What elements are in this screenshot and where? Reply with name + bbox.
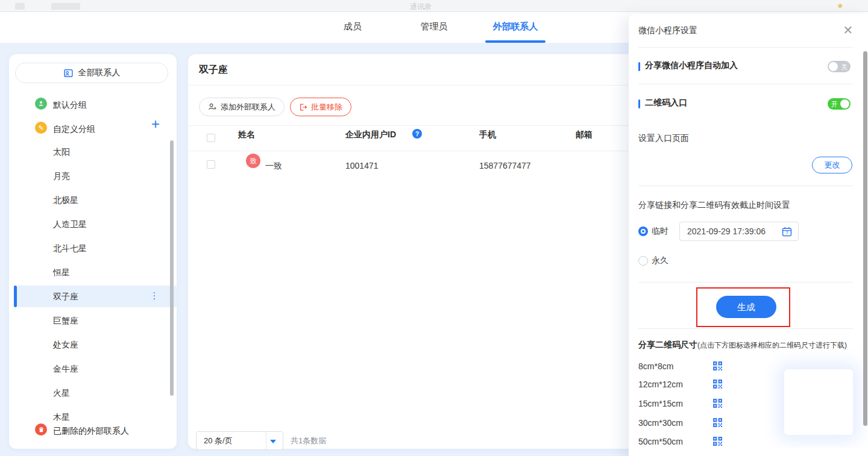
miniprogram-settings-drawer: 微信小程序设置 ✕ 分享微信小程序自动加入 关 二维码入口 开 设置入口页面 更…	[629, 14, 868, 456]
sidebar-item-deleted-contacts[interactable]: 已删除的外部联系人	[53, 425, 129, 437]
tab-admins[interactable]: 管理员	[421, 21, 448, 33]
expiry-datetime-input[interactable]: 2021-09-29 17:39:06 7	[679, 222, 799, 241]
toggle-knob	[840, 99, 849, 108]
qr-download-icon[interactable]	[713, 379, 722, 389]
sidebar-item-group[interactable]: 太阳	[53, 146, 70, 158]
cell-name: 一致	[265, 161, 282, 172]
sidebar-item-group[interactable]: 巨蟹座	[53, 314, 78, 326]
auto-join-toggle[interactable]: 关	[828, 61, 851, 72]
faint-logo	[51, 3, 80, 10]
add-external-contact-button[interactable]: 添加外部联系人	[199, 98, 285, 116]
divider	[188, 151, 639, 151]
qr-preview-placeholder	[784, 369, 853, 435]
sidebar-scrollbar[interactable]	[170, 140, 174, 396]
tab-members[interactable]: 成员	[344, 21, 362, 33]
sidebar-item-group[interactable]: 恒星	[53, 266, 70, 278]
svg-text:7: 7	[785, 231, 788, 236]
qr-entry-label: 二维码入口	[645, 98, 687, 108]
sidebar-item-group[interactable]: 处女座	[53, 339, 78, 351]
close-icon[interactable]: ✕	[841, 23, 855, 37]
row-checkbox[interactable]	[207, 160, 215, 169]
sidebar-item-group[interactable]: 北斗七星	[53, 242, 87, 254]
sidebar-item-group[interactable]: 金牛座	[53, 363, 78, 375]
qr-size-label: 50cm*50cm	[638, 436, 683, 448]
app-root: 通讯录 ★ 成员 管理员 外部联系人 全部联系人 默认分组 ✎ 自定义分组 + …	[0, 0, 868, 456]
add-external-contact-label: 添加外部联系人	[221, 102, 275, 113]
group-more-menu-icon[interactable]: ⋮	[149, 290, 159, 302]
help-icon[interactable]: ?	[412, 129, 422, 139]
qr-size-label: 12cm*12cm	[638, 378, 683, 390]
cell-userid: 1001471	[345, 161, 379, 170]
add-group-button[interactable]: +	[151, 116, 160, 133]
divider	[638, 84, 853, 84]
entry-page-label: 设置入口页面	[638, 133, 689, 144]
remove-out-icon	[299, 103, 307, 111]
qr-size-label: 30cm*30cm	[638, 417, 683, 429]
tab-external-contacts[interactable]: 外部联系人	[493, 21, 538, 33]
temp-radio[interactable]	[638, 226, 648, 236]
divider	[188, 125, 639, 126]
drawer-content: 微信小程序设置 ✕ 分享微信小程序自动加入 关 二维码入口 开 设置入口页面 更…	[629, 14, 868, 448]
column-header-userid: 企业内用户ID	[345, 130, 396, 140]
sidebar-item-group[interactable]: 月亮	[53, 170, 70, 182]
divider	[188, 85, 639, 86]
batch-remove-button[interactable]: 批量移除	[290, 98, 351, 116]
sidebar-item-group-selected[interactable]: 双子座	[53, 290, 78, 302]
perm-radio[interactable]	[638, 256, 648, 266]
dimmed-top-strip: 通讯录 ★	[0, 0, 868, 12]
toggle-knob	[829, 62, 838, 71]
calendar-icon[interactable]: 7	[782, 226, 792, 237]
all-contacts-button[interactable]: 全部联系人	[15, 63, 168, 83]
column-header-name: 姓名	[238, 130, 255, 140]
faint-page-title: 通讯录	[410, 2, 432, 12]
sidebar-item-custom-group[interactable]: 自定义分组	[53, 123, 95, 135]
sidebar-item-group[interactable]: 北极星	[53, 194, 78, 206]
temp-radio-label: 临时	[652, 226, 668, 237]
section-accent-bar	[638, 62, 640, 71]
selected-item-bar	[14, 286, 17, 307]
contacts-sidebar: 全部联系人 默认分组 ✎ 自定义分组 + 太阳 月亮 北极星 人造卫星 北斗七星…	[9, 54, 177, 449]
column-header-phone: 手机	[479, 130, 496, 140]
qr-size-label: 15cm*15cm	[638, 398, 683, 410]
column-header-email: 邮箱	[576, 130, 593, 140]
auto-join-label: 分享微信小程序自动加入	[645, 60, 738, 71]
generate-button[interactable]: 生成	[716, 296, 776, 318]
all-contacts-label: 全部联系人	[78, 67, 121, 78]
custom-group-icon: ✎	[35, 122, 47, 134]
sidebar-item-group[interactable]: 火星	[53, 387, 70, 399]
select-all-checkbox[interactable]	[207, 134, 215, 142]
cell-phone: 15877677477	[479, 161, 531, 170]
change-button[interactable]: 更改	[812, 157, 852, 173]
qr-size-note: (点击下方图标选择相应的二维码尺寸进行下载)	[697, 341, 847, 349]
page-title: 双子座	[199, 64, 228, 77]
trophy-icon: ★	[837, 1, 844, 10]
page-size-select[interactable]: 20 条/页	[196, 431, 283, 450]
qr-size-label: 8cm*8cm	[638, 360, 673, 372]
sidebar-item-group[interactable]: 木星	[53, 411, 70, 423]
default-group-icon	[35, 98, 47, 110]
avatar: 致	[246, 154, 260, 168]
qr-download-icon[interactable]	[713, 437, 722, 446]
drawer-title: 微信小程序设置	[638, 25, 697, 36]
qr-size-title: 分享二维码尺寸(点击下方图标选择相应的二维码尺寸进行下载)	[638, 340, 847, 351]
divider	[638, 47, 853, 48]
group-detail-panel: 双子座 添加外部联系人 批量移除 姓名 企业内用户ID ? 手机 邮箱	[188, 54, 639, 449]
drawer-scrollbar[interactable]	[863, 51, 867, 426]
divider	[638, 282, 853, 283]
qr-download-icon[interactable]	[713, 399, 722, 408]
contact-card-icon	[63, 68, 74, 78]
trash-icon	[35, 423, 47, 436]
toggle-state-label: 开	[831, 100, 838, 109]
divider	[638, 328, 853, 329]
faint-menu-icon	[15, 3, 25, 10]
qr-download-icon[interactable]	[713, 361, 722, 370]
qr-entry-toggle[interactable]: 开	[828, 98, 851, 110]
sidebar-item-group[interactable]: 人造卫星	[53, 218, 87, 230]
qr-download-icon[interactable]	[713, 418, 722, 427]
toggle-state-label: 关	[841, 63, 848, 72]
divider	[638, 186, 853, 186]
batch-remove-label: 批量移除	[311, 102, 342, 113]
section-accent-bar	[638, 99, 640, 108]
sidebar-item-default-group[interactable]: 默认分组	[53, 99, 87, 111]
total-count-label: 共1条数据	[291, 436, 326, 446]
